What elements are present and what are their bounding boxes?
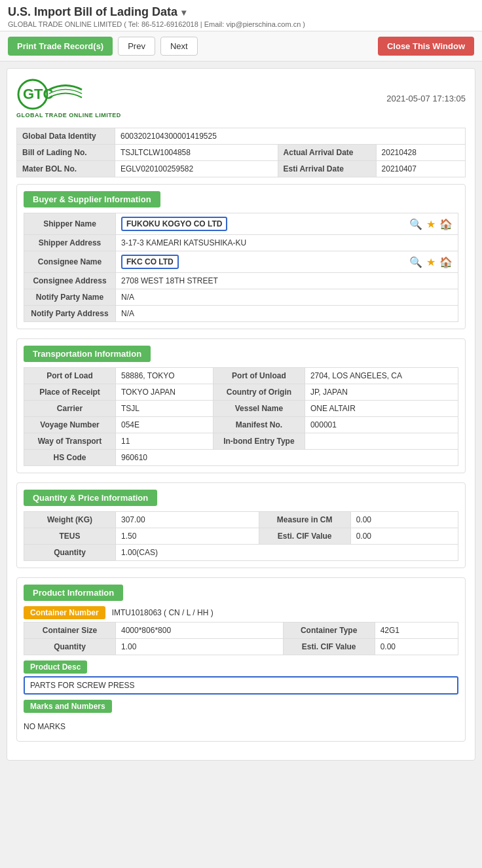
product-quantity-row: Quantity 1.00 Esti. CIF Value 0.00 [24,639,458,655]
consignee-star-icon[interactable]: ★ [426,256,436,268]
shipper-name-label: Shipper Name [24,213,116,235]
star-icon[interactable]: ★ [426,218,436,230]
port-load-value: 58886, TOKYO [116,368,213,384]
quantity-price-section: Quantity & Price Information Weight (KG)… [16,482,466,568]
consignee-icons: 🔍 ★ 🏠 [409,256,453,268]
transportation-title: Transportation Information [24,346,151,362]
place-receipt-row: Place of Receipt TOKYO JAPAN Country of … [24,384,458,401]
hs-code-row: HS Code 960610 [24,450,458,466]
place-receipt-label: Place of Receipt [24,384,116,401]
top-bar: U.S. Import Bill of Lading Data ▾ GLOBAL… [0,0,482,31]
product-desc-value: PARTS FOR SCREW PRESS [24,676,458,695]
vessel-name-value: ONE ALTAIR [305,401,458,417]
shipper-name-cell: FUKOKU KOGYO CO LTD 🔍 ★ 🏠 [116,213,458,235]
measure-value: 0.00 [350,512,458,528]
port-load-label: Port of Load [24,368,116,384]
hs-code-value: 960610 [116,450,458,466]
shipper-name-value: FUKOKU KOGYO CO LTD [121,217,227,231]
document-header: GTC GLOBAL TRADE ONLINE LIMITED 2021-05-… [16,78,466,118]
container-number-value: IMTU1018063 ( CN / L / HH ) [112,608,213,617]
manifest-value: 000001 [305,417,458,433]
carrier-label: Carrier [24,401,116,417]
prev-button[interactable]: Prev [118,37,155,56]
buyer-supplier-table: Shipper Name FUKOKU KOGYO CO LTD 🔍 ★ 🏠 S… [24,213,458,322]
notify-party-name-row: Notify Party Name N/A [24,289,458,306]
consignee-address-label: Consignee Address [24,273,116,289]
esti-arrival-label: Esti Arrival Date [278,161,376,177]
country-origin-label: Country of Origin [213,384,305,401]
timestamp: 2021-05-07 17:13:05 [386,94,466,103]
master-bol-row: Mater BOL No. EGLV020100259582 Esti Arri… [17,161,466,177]
voyage-label: Voyage Number [24,417,116,433]
bol-value: TSJLTCLW1004858 [115,145,278,161]
consignee-name-cell: FKC CO LTD 🔍 ★ 🏠 [116,251,458,273]
buyer-supplier-section: Buyer & Supplier Information Shipper Nam… [16,184,466,329]
container-number-row: Container Number IMTU1018063 ( CN / L / … [24,606,458,619]
esti-cif-value: 0.00 [350,528,458,545]
master-bol-value: EGLV020100259582 [115,161,278,177]
way-transport-label: Way of Transport [24,433,116,450]
inbond-label: In-bond Entry Type [213,433,305,450]
shipper-address-row: Shipper Address 3-17-3 KAMEARI KATSUSHIK… [24,235,458,251]
search-icon[interactable]: 🔍 [409,218,422,230]
global-data-label: Global Data Identity [17,128,115,145]
measure-label: Measure in CM [259,512,350,528]
dropdown-arrow-icon[interactable]: ▾ [181,7,186,18]
port-unload-value: 2704, LOS ANGELES, CA [305,368,458,384]
home-icon[interactable]: 🏠 [439,218,453,230]
consignee-address-value: 2708 WEST 18TH STREET [116,273,458,289]
product-section: Product Information Container Number IMT… [16,577,466,742]
transportation-section: Transportation Information Port of Load … [16,338,466,473]
buyer-supplier-title: Buyer & Supplier Information [24,191,160,208]
page-title: U.S. Import Bill of Lading Data ▾ [8,5,474,19]
container-type-value: 42G1 [375,623,458,639]
main-content: GTC GLOBAL TRADE ONLINE LIMITED 2021-05-… [7,68,475,761]
consignee-search-icon[interactable]: 🔍 [409,256,422,268]
quantity-price-table: Weight (KG) 307.00 Measure in CM 0.00 TE… [24,511,458,561]
notify-party-name-label: Notify Party Name [24,289,116,306]
teus-label: TEUS [24,528,116,545]
quantity-row: Quantity 1.00(CAS) [24,545,458,561]
transportation-table: Port of Load 58886, TOKYO Port of Unload… [24,367,458,466]
hs-code-label: HS Code [24,450,116,466]
product-title: Product Information [24,585,123,601]
consignee-home-icon[interactable]: 🏠 [439,256,453,268]
global-data-value: 600320210430000141​9525 [115,128,466,145]
identity-table: Global Data Identity 600320210430000141​… [16,128,466,177]
manifest-label: Manifest No. [213,417,305,433]
product-desc-area: Product Desc [24,660,458,674]
notify-party-name-value: N/A [116,289,458,306]
port-row: Port of Load 58886, TOKYO Port of Unload… [24,368,458,384]
quantity-price-title: Quantity & Price Information [24,490,157,506]
bol-row: Bill of Lading No. TSJLTCLW1004858 Actua… [17,145,466,161]
logo-image: GTC [16,78,102,111]
bol-label: Bill of Lading No. [17,145,115,161]
container-size-value: 4000*806*800 [116,623,284,639]
product-desc-label: Product Desc [24,660,87,674]
shipper-icons: 🔍 ★ 🏠 [409,218,453,230]
voyage-value: 054E [116,417,213,433]
logo-text: GLOBAL TRADE ONLINE LIMITED [16,112,121,118]
voyage-row: Voyage Number 054E Manifest No. 000001 [24,417,458,433]
place-receipt-value: TOKYO JAPAN [116,384,213,401]
shipper-address-label: Shipper Address [24,235,116,251]
esti-cif-label: Esti. CIF Value [259,528,350,545]
close-button[interactable]: Close This Window [378,37,474,56]
product-quantity-label: Quantity [24,639,116,655]
port-unload-label: Port of Unload [213,368,305,384]
notify-party-address-label: Notify Party Address [24,306,116,322]
svg-text:GTC: GTC [23,86,54,102]
shipper-address-value: 3-17-3 KAMEARI KATSUSHIKA-KU [116,235,458,251]
container-size-label: Container Size [24,623,116,639]
next-button[interactable]: Next [160,37,198,56]
container-size-row: Container Size 4000*806*800 Container Ty… [24,623,458,639]
product-quantity-value: 1.00 [116,639,284,655]
print-button[interactable]: Print Trade Record(s) [8,37,113,56]
teus-value: 1.50 [116,528,259,545]
container-number-label: Container Number [24,606,105,619]
vessel-name-label: Vessel Name [213,401,305,417]
consignee-name-row: Consignee Name FKC CO LTD 🔍 ★ 🏠 [24,251,458,273]
actual-arrival-value: 20210428 [376,145,465,161]
logo-area: GTC GLOBAL TRADE ONLINE LIMITED [16,78,121,118]
product-esti-cif-label: Esti. CIF Value [283,639,375,655]
